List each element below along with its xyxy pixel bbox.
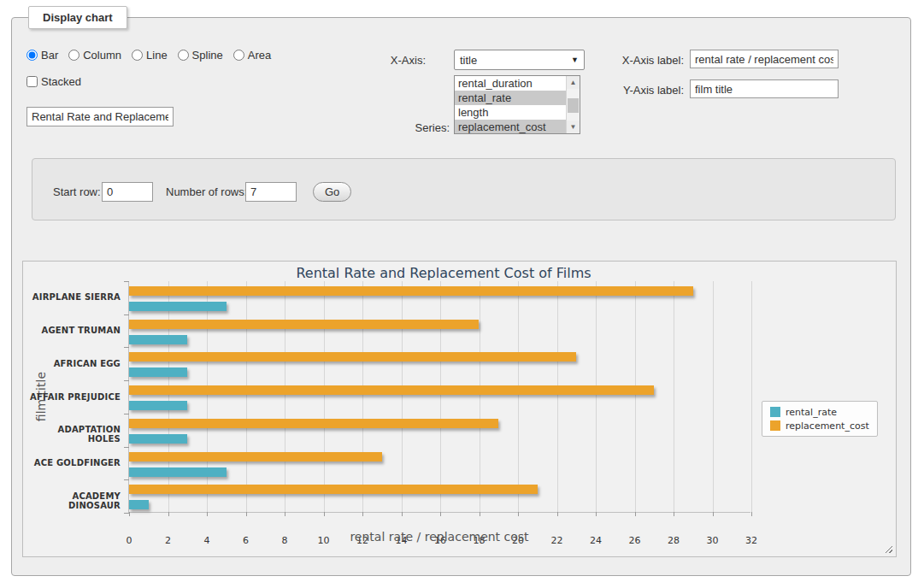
chart-type-label: Bar xyxy=(41,49,58,62)
x-axis-select[interactable]: title ▼ xyxy=(454,50,585,70)
series-option-length[interactable]: length xyxy=(455,105,566,120)
gridline xyxy=(635,281,636,512)
stacked-label-text: Stacked xyxy=(41,75,81,88)
row-controls-panel: Start row: Number of rows: Go xyxy=(32,158,896,220)
x-tick-mark xyxy=(402,512,403,516)
bar-rental_rate[interactable] xyxy=(129,367,187,377)
x-tick-mark xyxy=(168,512,169,516)
chart-legend: rental_ratereplacement_cost xyxy=(762,401,878,437)
go-button[interactable]: Go xyxy=(313,182,351,202)
bar-rental_rate[interactable] xyxy=(129,434,187,444)
bar-rental_rate[interactable] xyxy=(129,500,149,509)
category-label: ACADEMY DINOSAUR xyxy=(26,491,121,510)
scroll-up-icon[interactable]: ▲ xyxy=(567,76,580,89)
y-tick-mark xyxy=(124,380,129,381)
gridline xyxy=(674,281,674,512)
y-tick-mark xyxy=(124,513,129,514)
x-tick-mark xyxy=(246,512,247,516)
legend-label: replacement_cost xyxy=(786,420,869,432)
series-listbox[interactable]: rental_durationrental_ratelengthreplacem… xyxy=(454,75,580,134)
chart-type-radio-group: BarColumnLineSplineArea xyxy=(26,49,278,62)
chart-type-option-spline: Spline xyxy=(178,49,223,62)
chevron-down-icon: ▼ xyxy=(571,56,579,64)
chart-type-label: Spline xyxy=(192,49,223,62)
gridline xyxy=(402,281,403,512)
category-label: ADAPTATION HOLES xyxy=(26,425,121,444)
start-row-input[interactable] xyxy=(102,182,153,202)
series-option-rental_duration[interactable]: rental_duration xyxy=(455,76,566,91)
bar-replacement_cost[interactable] xyxy=(129,352,576,362)
gridline xyxy=(751,281,752,512)
category-label: AFRICAN EGG xyxy=(26,359,121,368)
x-tick-mark xyxy=(674,512,674,516)
chart-type-option-line: Line xyxy=(132,49,168,62)
series-option-replacement_cost[interactable]: replacement_cost xyxy=(455,120,566,133)
y-tick-mark xyxy=(124,479,129,480)
stacked-checkbox-label: Stacked xyxy=(26,75,81,88)
chart-type-radio-area[interactable] xyxy=(233,50,244,61)
category-label: AFFAIR PREJUDICE xyxy=(26,392,121,402)
stacked-checkbox[interactable] xyxy=(26,76,38,87)
x-tick-mark xyxy=(324,512,325,516)
x-axis-label-input[interactable] xyxy=(690,50,839,68)
x-axis-label-caption: X-Axis label: xyxy=(609,54,684,67)
x-tick-mark xyxy=(285,512,285,516)
num-rows-input[interactable] xyxy=(245,182,297,202)
chart-title: Rental Rate and Replacement Cost of Film… xyxy=(23,265,864,281)
plot-area: 02468101214161820222426283032AIRPLANE SI… xyxy=(128,281,750,513)
category-label: ACE GOLDFINGER xyxy=(26,458,121,467)
bar-rental_rate[interactable] xyxy=(129,302,227,311)
series-scrollbar[interactable]: ▲ ▼ xyxy=(566,76,580,133)
chart-type-radio-line[interactable] xyxy=(132,50,143,61)
bar-replacement_cost[interactable] xyxy=(129,320,479,329)
series-option-rental_rate[interactable]: rental_rate xyxy=(455,91,566,105)
x-tick-mark xyxy=(596,512,597,516)
gridline xyxy=(246,281,247,512)
chart-type-label: Column xyxy=(83,49,121,62)
chart-type-label: Line xyxy=(146,49,168,62)
category-label: AIRPLANE SIERRA xyxy=(26,292,121,302)
x-axis-title: rental rate / replacement cost xyxy=(128,530,750,544)
bar-replacement_cost[interactable] xyxy=(129,485,538,494)
chart-type-radio-column[interactable] xyxy=(68,50,79,61)
num-rows-caption: Number of rows: xyxy=(166,185,247,198)
bar-replacement_cost[interactable] xyxy=(129,419,498,428)
bar-replacement_cost[interactable] xyxy=(129,385,654,395)
bar-rental_rate[interactable] xyxy=(129,335,187,344)
bar-rental_rate[interactable] xyxy=(129,401,187,410)
x-axis-caption: X-Axis: xyxy=(368,54,426,67)
scroll-down-icon[interactable]: ▼ xyxy=(567,121,580,133)
y-tick-mark xyxy=(124,347,129,348)
y-tick-mark xyxy=(124,447,129,448)
x-tick-mark xyxy=(557,512,558,516)
y-tick-mark xyxy=(124,281,129,282)
bar-rental_rate[interactable] xyxy=(129,467,227,477)
x-tick-mark xyxy=(635,512,636,516)
legend-item-rental_rate[interactable]: rental_rate xyxy=(770,405,869,419)
fieldset-legend: Display chart xyxy=(28,6,127,29)
scrollbar-thumb[interactable] xyxy=(568,98,579,113)
chart-type-radio-spline[interactable] xyxy=(178,50,189,61)
start-row-caption: Start row: xyxy=(53,185,101,198)
x-tick-mark xyxy=(129,512,130,516)
series-options: rental_durationrental_ratelengthreplacem… xyxy=(455,76,566,133)
gridline xyxy=(596,281,597,512)
y-axis-label-input[interactable] xyxy=(690,79,839,98)
scrollbar-track[interactable] xyxy=(567,89,580,121)
chart-title-input[interactable] xyxy=(26,107,174,126)
series-caption: Series: xyxy=(394,121,450,134)
y-tick-mark xyxy=(124,414,129,414)
bar-replacement_cost[interactable] xyxy=(129,452,382,461)
gridline xyxy=(557,281,558,512)
legend-item-replacement_cost[interactable]: replacement_cost xyxy=(770,419,869,432)
x-tick-mark xyxy=(362,512,363,516)
chart-type-option-column: Column xyxy=(68,49,121,62)
chart-type-radio-bar[interactable] xyxy=(26,50,38,61)
resize-handle-icon[interactable] xyxy=(883,544,892,553)
y-axis-label-caption: Y-Axis label: xyxy=(609,84,684,97)
category-label: AGENT TRUMAN xyxy=(26,326,121,335)
y-tick-mark xyxy=(124,315,129,315)
bar-replacement_cost[interactable] xyxy=(129,286,693,296)
chart-type-option-bar: Bar xyxy=(26,49,58,62)
gridline xyxy=(480,281,480,512)
